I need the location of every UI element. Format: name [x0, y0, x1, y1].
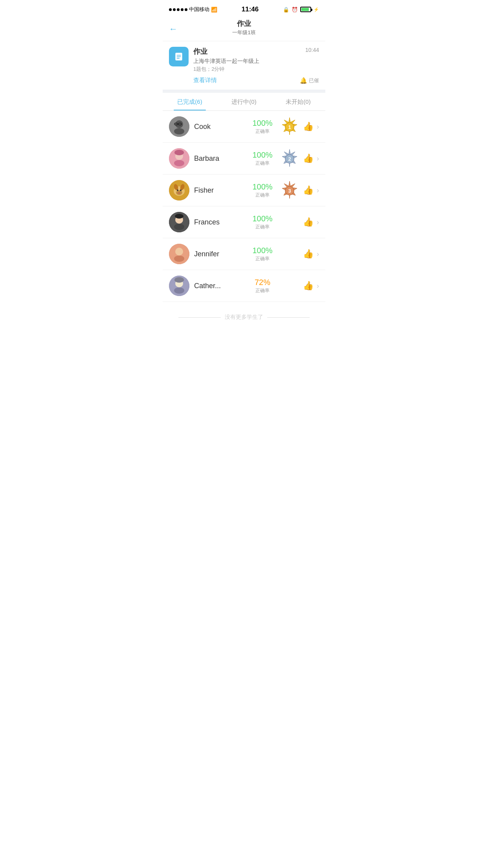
assignment-name: 作业 — [193, 47, 207, 56]
document-icon — [174, 51, 184, 62]
thumbs-up-button[interactable]: 👍 — [303, 249, 314, 259]
svg-point-40 — [174, 277, 184, 283]
page-subtitle: 一年级1班 — [169, 29, 319, 36]
no-more-indicator: 没有更多学生了 — [163, 302, 325, 333]
svg-point-36 — [175, 248, 183, 256]
svg-point-9 — [174, 128, 184, 134]
svg-point-5 — [175, 120, 183, 128]
lock-icon: 🔒 — [283, 7, 289, 13]
notify-text: 已催 — [309, 77, 319, 84]
assignment-card: 作业 10:44 上海牛津英语一起一年级上 1题包；2分钟 查看详情 🔔 已催 — [163, 41, 325, 93]
table-row[interactable]: Frances 100% 正确率 👍 › — [163, 206, 325, 238]
notify-area: 🔔 已催 — [300, 77, 319, 84]
row-actions: 👍 › — [303, 249, 319, 259]
avatar — [169, 212, 189, 232]
svg-point-16 — [174, 160, 184, 166]
signal-dots — [169, 8, 187, 11]
student-score: 72% 正确率 — [249, 278, 276, 294]
student-name: Cather... — [194, 282, 244, 290]
chevron-right-icon: › — [317, 186, 319, 195]
svg-point-37 — [174, 256, 184, 262]
row-actions: 👍 › — [303, 153, 319, 164]
silver-medal-icon: 2 — [281, 149, 298, 168]
student-score: 100% 正确率 — [249, 214, 276, 230]
table-row[interactable]: Fisher 100% 正确率 3 👍 › — [163, 175, 325, 206]
bronze-medal-icon: 3 — [281, 180, 298, 200]
back-button[interactable]: ← — [169, 24, 178, 34]
avatar — [169, 148, 189, 169]
svg-text:1: 1 — [288, 124, 291, 130]
barbara-avatar-image — [169, 148, 189, 169]
svg-text:2: 2 — [288, 156, 291, 162]
no-medal-placeholder — [281, 212, 298, 232]
thumbs-up-button[interactable]: 👍 — [303, 281, 314, 291]
assignment-description: 上海牛津英语一起一年级上 — [193, 58, 319, 65]
student-score: 100% 正确率 — [249, 246, 276, 262]
thumbs-up-button[interactable]: 👍 — [303, 217, 314, 227]
thumbs-up-button[interactable]: 👍 — [303, 185, 314, 195]
chevron-right-icon: › — [317, 250, 319, 258]
assignment-time: 10:44 — [305, 47, 319, 53]
tab-completed[interactable]: 已完成(6) — [163, 93, 217, 110]
row-actions: 👍 › — [303, 217, 319, 227]
svg-rect-2 — [177, 56, 181, 57]
tab-inprogress[interactable]: 进行中(0) — [217, 93, 271, 110]
no-more-text: 没有更多学生了 — [225, 314, 263, 321]
status-left: 中国移动 📶 — [169, 6, 217, 13]
frances-avatar-image — [169, 212, 189, 232]
svg-rect-3 — [177, 58, 180, 59]
bell-icon: 🔔 — [300, 77, 307, 84]
student-name: Cook — [194, 123, 244, 131]
chevron-right-icon: › — [317, 154, 319, 163]
carrier-label: 中国移动 — [189, 6, 209, 13]
student-name: Fisher — [194, 186, 244, 195]
chevron-right-icon: › — [317, 282, 319, 290]
row-actions: 👍 › — [303, 121, 319, 132]
assignment-title-row: 作业 10:44 — [193, 47, 319, 56]
avatar — [169, 180, 189, 200]
svg-point-33 — [175, 214, 183, 219]
alarm-icon: ⏰ — [292, 7, 298, 13]
divider-line — [267, 317, 310, 318]
table-row[interactable]: Barbara 100% 正确率 2 👍 › — [163, 143, 325, 175]
student-list: Cook 100% 正确率 1 👍 › Barbar — [163, 111, 325, 302]
avatar — [169, 276, 189, 296]
tab-notstarted[interactable]: 未开始(0) — [271, 93, 325, 110]
svg-point-34 — [174, 224, 184, 230]
svg-point-15 — [174, 150, 184, 155]
student-name: Jennifer — [194, 250, 244, 258]
table-row[interactable]: Cook 100% 正确率 1 👍 › — [163, 111, 325, 143]
table-row[interactable]: Jennifer 100% 正确率 👍 › — [163, 238, 325, 270]
status-bar: 中国移动 📶 11:46 🔒 ⏰ ⚡ — [163, 0, 325, 17]
student-score: 100% 正确率 — [249, 182, 276, 199]
rank-medal: 2 — [281, 149, 298, 168]
svg-point-26 — [180, 189, 182, 191]
gold-medal-icon: 1 — [281, 117, 298, 136]
thumbs-up-button[interactable]: 👍 — [303, 153, 314, 164]
status-right: 🔒 ⏰ ⚡ — [283, 7, 319, 13]
page-header: ← 作业 一年级1班 — [163, 17, 325, 41]
status-time: 11:46 — [242, 6, 259, 13]
svg-text:3: 3 — [288, 188, 291, 194]
assignment-meta: 1题包；2分钟 — [193, 66, 319, 73]
page-title: 作业 — [169, 19, 319, 28]
svg-point-41 — [174, 287, 184, 294]
student-name: Frances — [194, 218, 244, 226]
jennifer-avatar-image — [169, 244, 189, 264]
svg-rect-1 — [177, 55, 181, 56]
thumbs-up-button[interactable]: 👍 — [303, 121, 314, 132]
tabs-bar: 已完成(6) 进行中(0) 未开始(0) — [163, 93, 325, 111]
no-medal-placeholder — [281, 276, 298, 296]
view-detail-link[interactable]: 查看详情 — [193, 77, 217, 84]
chevron-right-icon: › — [317, 218, 319, 226]
wifi-icon: 📶 — [211, 7, 217, 13]
no-medal-placeholder — [281, 244, 298, 264]
battery-icon — [300, 7, 311, 12]
chevron-right-icon: › — [317, 123, 319, 131]
rank-medal: 3 — [281, 180, 298, 200]
rank-medal: 1 — [281, 117, 298, 136]
student-name: Barbara — [194, 154, 244, 163]
student-score: 100% 正确率 — [249, 151, 276, 167]
table-row[interactable]: Cather... 72% 正确率 👍 › — [163, 270, 325, 302]
catherine-avatar-image — [169, 276, 189, 296]
